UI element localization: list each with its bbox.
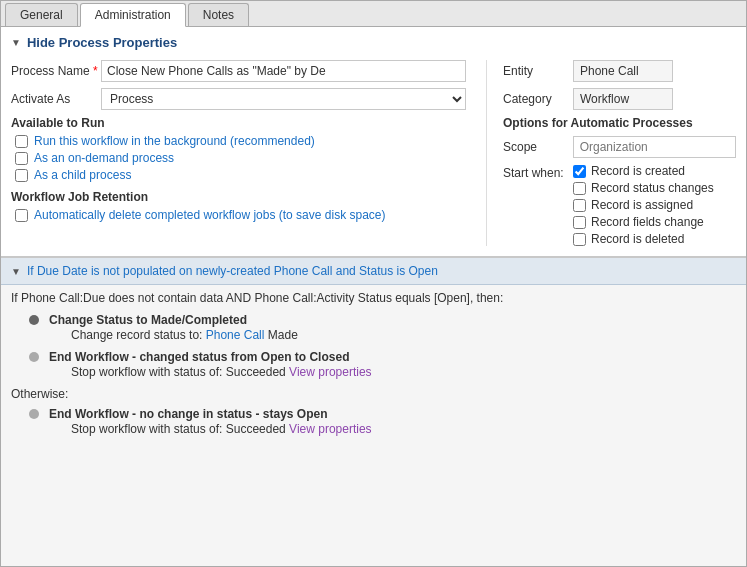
sw-check-assigned[interactable] xyxy=(573,199,586,212)
tab-notes[interactable]: Notes xyxy=(188,3,249,26)
workflow-job-label: Workflow Job Retention xyxy=(11,190,466,204)
sw-check-fields[interactable] xyxy=(573,216,586,229)
process-properties-title: Hide Process Properties xyxy=(27,35,177,50)
item-1-desc: Change record status to: Phone Call Made xyxy=(29,328,736,342)
sw-status-row: Record status changes xyxy=(573,181,714,195)
otherwise-item-1-desc: Stop workflow with status of: Succeeded … xyxy=(29,422,736,436)
start-when-label: Start when: xyxy=(503,164,573,180)
entity-label: Entity xyxy=(503,64,573,78)
otherwise-item-1: End Workflow - no change in status - sta… xyxy=(1,403,746,440)
workflow-item-1-header: Change Status to Made/Completed xyxy=(29,313,736,327)
workflow-item-2-header: End Workflow - changed status from Open … xyxy=(29,350,736,364)
check-background-row: Run this workflow in the background (rec… xyxy=(11,134,466,148)
item-1-desc-prefix: Change record status to: xyxy=(71,328,206,342)
bullet-2 xyxy=(29,352,39,362)
sw-label-status: Record status changes xyxy=(591,181,714,195)
start-when-row: Start when: Record is created Record sta… xyxy=(503,164,736,246)
check-autodelete[interactable] xyxy=(15,209,28,222)
activate-as-label: Activate As xyxy=(11,92,101,106)
item-2-desc-prefix: Stop workflow with status of: Succeeded xyxy=(71,365,289,379)
tabs-bar: General Administration Notes xyxy=(1,1,746,27)
workflow-item-1: Change Status to Made/Completed Change r… xyxy=(1,309,746,346)
hide-process-header: ▼ Hide Process Properties xyxy=(11,35,736,50)
bullet-1 xyxy=(29,315,39,325)
entity-value: Phone Call xyxy=(573,60,673,82)
item-1-desc-suffix: Made xyxy=(268,328,298,342)
sw-fields-row: Record fields change xyxy=(573,215,714,229)
check-autodelete-label: Automatically delete completed workflow … xyxy=(34,208,386,222)
process-properties-section: ▼ Hide Process Properties Process Name A… xyxy=(1,27,746,258)
start-when-options: Record is created Record status changes … xyxy=(573,164,714,246)
condition-title: If Due Date is not populated on newly-cr… xyxy=(27,264,438,278)
tab-general[interactable]: General xyxy=(5,3,78,26)
item-2-view-properties[interactable]: View properties xyxy=(289,365,372,379)
process-name-label: Process Name xyxy=(11,64,101,78)
category-value: Workflow xyxy=(573,88,673,110)
check-ondemand[interactable] xyxy=(15,152,28,165)
process-name-row: Process Name xyxy=(11,60,466,82)
check-ondemand-label: As an on-demand process xyxy=(34,151,174,165)
sw-created-row: Record is created xyxy=(573,164,714,178)
condition-description: If Phone Call:Due does not contain data … xyxy=(1,285,746,309)
category-label: Category xyxy=(503,92,573,106)
otherwise-bullet-1 xyxy=(29,409,39,419)
sw-label-deleted: Record is deleted xyxy=(591,232,684,246)
workflow-item-2: End Workflow - changed status from Open … xyxy=(1,346,746,383)
caret-icon[interactable]: ▼ xyxy=(11,266,21,277)
activate-as-select[interactable]: Process xyxy=(101,88,466,110)
sw-check-deleted[interactable] xyxy=(573,233,586,246)
check-autodelete-row: Automatically delete completed workflow … xyxy=(11,208,466,222)
category-row: Category Workflow xyxy=(503,88,736,110)
otherwise-label: Otherwise: xyxy=(1,383,746,403)
item-1-title: Change Status to Made/Completed xyxy=(49,313,247,327)
process-name-input[interactable] xyxy=(101,60,466,82)
condition-header: ▼ If Due Date is not populated on newly-… xyxy=(1,258,746,285)
check-background-label: Run this workflow in the background (rec… xyxy=(34,134,315,148)
sw-check-created[interactable] xyxy=(573,165,586,178)
check-child-row: As a child process xyxy=(11,168,466,182)
item-1-link[interactable]: Phone Call xyxy=(206,328,265,342)
activate-as-row: Activate As Process xyxy=(11,88,466,110)
otherwise-item-1-title: End Workflow - no change in status - sta… xyxy=(49,407,327,421)
item-2-title: End Workflow - changed status from Open … xyxy=(49,350,349,364)
bottom-section: ▼ If Due Date is not populated on newly-… xyxy=(1,258,746,566)
collapse-icon[interactable]: ▼ xyxy=(11,37,21,48)
check-ondemand-row: As an on-demand process xyxy=(11,151,466,165)
entity-row: Entity Phone Call xyxy=(503,60,736,82)
item-2-desc: Stop workflow with status of: Succeeded … xyxy=(29,365,736,379)
options-header: Options for Automatic Processes xyxy=(503,116,736,130)
otherwise-item-1-header: End Workflow - no change in status - sta… xyxy=(29,407,736,421)
sw-label-fields: Record fields change xyxy=(591,215,704,229)
scope-label: Scope xyxy=(503,140,573,154)
left-column: Process Name Activate As Process Availab… xyxy=(11,60,486,246)
right-column: Entity Phone Call Category Workflow Opti… xyxy=(486,60,736,246)
sw-check-status[interactable] xyxy=(573,182,586,195)
otherwise-item-1-prefix: Stop workflow with status of: Succeeded xyxy=(71,422,289,436)
check-child[interactable] xyxy=(15,169,28,182)
scope-row: Scope xyxy=(503,136,736,158)
sw-label-created: Record is created xyxy=(591,164,685,178)
sw-label-assigned: Record is assigned xyxy=(591,198,693,212)
check-child-label: As a child process xyxy=(34,168,131,182)
sw-deleted-row: Record is deleted xyxy=(573,232,714,246)
scope-input[interactable] xyxy=(573,136,736,158)
available-to-run-label: Available to Run xyxy=(11,116,466,130)
otherwise-view-properties[interactable]: View properties xyxy=(289,422,372,436)
tab-administration[interactable]: Administration xyxy=(80,3,186,27)
sw-assigned-row: Record is assigned xyxy=(573,198,714,212)
main-container: General Administration Notes ▼ Hide Proc… xyxy=(0,0,747,567)
check-background[interactable] xyxy=(15,135,28,148)
